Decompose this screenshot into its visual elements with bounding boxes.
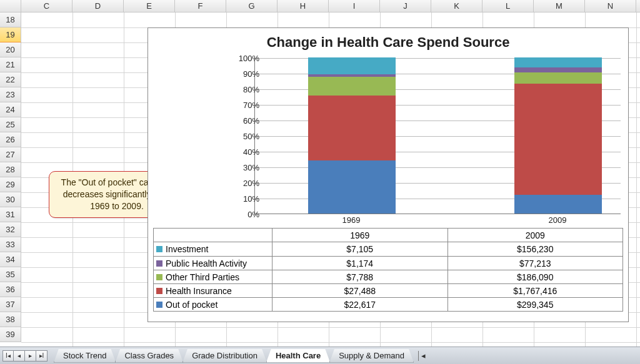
tab-health-care[interactable]: Health Care: [266, 349, 330, 363]
column-header-D[interactable]: D: [72, 0, 124, 12]
row-header-20[interactable]: 20: [0, 42, 21, 57]
cell-value: $186,090: [448, 270, 623, 283]
table-row: Investment $7,105 $156,230: [154, 242, 622, 256]
y-tick-label: 90%: [232, 69, 259, 79]
cell-value: $1,174: [272, 257, 448, 270]
column-header-G[interactable]: G: [226, 0, 278, 12]
select-all-corner[interactable]: [0, 0, 21, 12]
cell-value: $77,213: [448, 257, 623, 270]
tab-scroll-right[interactable]: ◂: [417, 351, 426, 361]
swatch-icon: [156, 288, 162, 294]
tab-stock-trend[interactable]: Stock Trend: [54, 349, 116, 363]
cell-value: $7,105: [272, 242, 448, 256]
column-header-L[interactable]: L: [482, 0, 534, 12]
column-header-F[interactable]: F: [175, 0, 226, 12]
row-header-38[interactable]: 38: [0, 312, 21, 327]
row-header-34[interactable]: 34: [0, 252, 21, 267]
sheet-tab-bar: I◂ ◂ ▸ ▸I Stock Trend Class Grades Grade…: [0, 347, 640, 364]
data-table-col-1969: 1969: [272, 229, 448, 242]
bar-segment-investment: [514, 57, 602, 67]
bar-segment-outofpocket: [308, 160, 396, 214]
legend-label: Health Insurance: [166, 286, 232, 296]
chart-data-table: 1969 2009 Investment $7,105 $156,230 Pub…: [153, 228, 623, 312]
row-header-37[interactable]: 37: [0, 297, 21, 312]
legend-label: Other Third Parties: [166, 272, 239, 282]
bar-segment-healthins: [514, 84, 602, 195]
legend-label: Investment: [166, 244, 208, 254]
row-header-30[interactable]: 30: [0, 192, 21, 207]
row-header-32[interactable]: 32: [0, 222, 21, 237]
swatch-icon: [156, 260, 162, 267]
x-category-label: 1969: [308, 215, 395, 225]
row-header-33[interactable]: 33: [0, 237, 21, 252]
column-header-N[interactable]: N: [585, 0, 636, 12]
tab-class-grades[interactable]: Class Grades: [115, 349, 183, 363]
table-row: Out of pocket $22,617 $299,345: [154, 297, 622, 311]
stacked-bar-1969[interactable]: [308, 57, 396, 214]
row-header-36[interactable]: 36: [0, 282, 21, 297]
stacked-bar-2009[interactable]: [514, 57, 602, 214]
y-tick-label: 70%: [232, 101, 259, 110]
bar-segment-pubhealth: [514, 67, 602, 72]
legend-label: Public Health Activity: [166, 258, 247, 268]
cell-value: $1,767,416: [448, 284, 623, 297]
cell-value: $7,788: [272, 270, 448, 283]
row-header-39[interactable]: 39: [0, 327, 21, 342]
column-header-H[interactable]: H: [278, 0, 329, 12]
y-tick-label: 50%: [232, 132, 259, 141]
tab-supply-demand[interactable]: Supply & Demand: [329, 349, 414, 363]
row-header-35[interactable]: 35: [0, 267, 21, 282]
column-header-I[interactable]: I: [329, 0, 380, 12]
row-header-23[interactable]: 23: [0, 87, 21, 102]
column-header-E[interactable]: E: [124, 0, 175, 12]
row-header-21[interactable]: 21: [0, 57, 21, 72]
row-header-28[interactable]: 28: [0, 162, 21, 177]
cell-value: $299,345: [448, 298, 623, 311]
table-row: Public Health Activity $1,174 $77,213: [154, 256, 622, 270]
row-header-27[interactable]: 27: [0, 147, 21, 162]
column-header-M[interactable]: M: [534, 0, 585, 12]
row-header-25[interactable]: 25: [0, 117, 21, 132]
y-tick-label: 30%: [232, 163, 259, 172]
swatch-icon: [156, 302, 162, 308]
chart-container[interactable]: Change in Health Care Spend Source 1969 …: [148, 27, 629, 322]
row-header-24[interactable]: 24: [0, 102, 21, 117]
y-tick-label: 60%: [232, 116, 259, 125]
bar-segment-otherthird: [308, 77, 396, 96]
bar-segment-healthins: [308, 96, 396, 160]
y-tick-label: 80%: [232, 85, 259, 94]
cell-value: $156,230: [448, 242, 623, 256]
bar-segment-pubhealth: [308, 74, 396, 77]
column-header-J[interactable]: J: [380, 0, 431, 12]
bar-segment-outofpocket: [514, 195, 602, 214]
row-header-29[interactable]: 29: [0, 177, 21, 192]
row-header-19[interactable]: 19: [0, 27, 21, 42]
y-tick-label: 10%: [232, 194, 259, 204]
row-header-26[interactable]: 26: [0, 132, 21, 147]
first-tab-button[interactable]: I◂: [2, 350, 14, 362]
data-table-header: 1969 2009: [154, 229, 622, 242]
tab-nav-buttons: I◂ ◂ ▸ ▸I: [2, 350, 48, 362]
column-headers: CDEFGHIJKLMN: [0, 0, 640, 12]
y-tick-label: 40%: [232, 147, 259, 157]
row-header-31[interactable]: 31: [0, 207, 21, 222]
tab-grade-distribution[interactable]: Grade Distribution: [182, 349, 267, 363]
y-tick-label: 100%: [232, 54, 259, 63]
x-category-label: 2009: [514, 215, 601, 225]
swatch-icon: [156, 274, 162, 280]
last-tab-button[interactable]: ▸I: [36, 350, 48, 362]
y-tick-label: 20%: [232, 179, 259, 188]
row-header-18[interactable]: 18: [0, 12, 21, 27]
row-header-22[interactable]: 22: [0, 72, 21, 87]
bar-segment-otherthird: [514, 72, 602, 84]
bar-segment-investment: [308, 57, 396, 74]
column-header-C[interactable]: C: [21, 0, 72, 12]
table-row: Other Third Parties $7,788 $186,090: [154, 270, 622, 283]
data-table-col-2009: 2009: [448, 229, 623, 242]
next-tab-button[interactable]: ▸: [25, 350, 36, 362]
column-header-K[interactable]: K: [431, 0, 482, 12]
swatch-icon: [156, 246, 162, 252]
legend-label: Out of pocket: [166, 300, 218, 310]
chart-title: Change in Health Care Spend Source: [148, 28, 628, 54]
prev-tab-button[interactable]: ◂: [14, 350, 25, 362]
